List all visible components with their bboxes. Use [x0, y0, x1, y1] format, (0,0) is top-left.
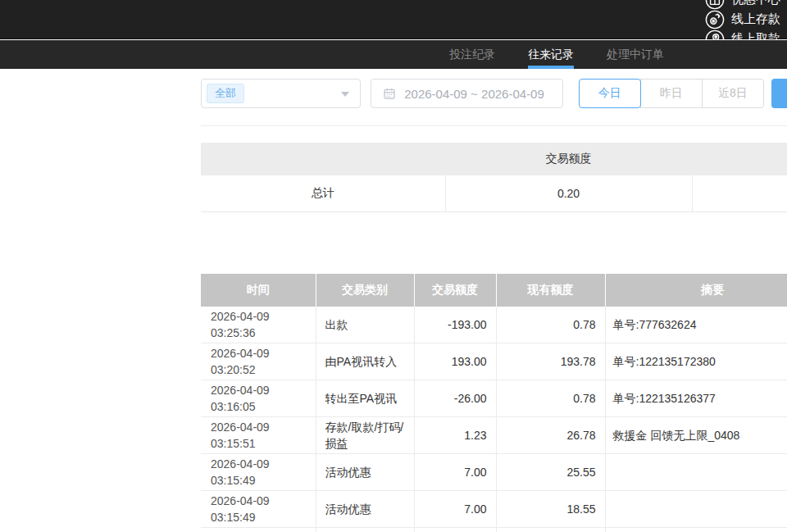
cell-time: 2026-04-09 03:25:36: [201, 307, 316, 343]
gift-icon: [705, 0, 725, 10]
records-table: 时间交易类别交易额度现有额度摘要 2026-04-09 03:25:36出款-1…: [201, 274, 787, 532]
cell-time: 2026-04-09 03:20:52: [201, 343, 316, 380]
table-row: 2026-04-09 03:15:51存款/取款/打码/损益1.2326.78救…: [201, 416, 787, 453]
summary-header-empty: [201, 143, 445, 175]
search-button[interactable]: [771, 79, 787, 108]
cell-type: 存款/取款/打码/损益: [316, 416, 414, 453]
cell-balance: 193.78: [496, 343, 605, 380]
tab-processing-orders[interactable]: 处理中订单: [590, 40, 680, 69]
selected-filter-tag[interactable]: 全部: [207, 84, 244, 103]
tab-bet-records[interactable]: 投注纪录: [433, 40, 512, 69]
date-quick-buttons: 今日昨日近8日: [579, 79, 764, 108]
records-column-header: 摘要: [605, 274, 787, 307]
summary-header-amount: 交易额度: [445, 143, 692, 175]
cell-memo: 救援金 回馈无上限_0408: [605, 416, 787, 453]
date-range-input[interactable]: 2026-04-09 ~ 2026-04-09: [371, 79, 563, 108]
tabs: 投注纪录往来记录处理中订单: [433, 40, 680, 69]
records-header-row: 时间交易类别交易额度现有额度摘要: [201, 274, 787, 307]
summary-total-row: 总计 0.20: [201, 175, 787, 211]
cell-time: 2026-04-09 03:15:49: [201, 490, 316, 527]
cell-memo: [605, 490, 787, 527]
topbar: 我的账户优惠中心线上存款线上取款往来记录: [0, 0, 787, 39]
calendar-icon: [383, 87, 396, 100]
summary-total-extra: [692, 175, 787, 211]
summary-total-value: 0.20: [445, 175, 692, 211]
cell-amount: -193.00: [414, 307, 496, 343]
records-column-header: 交易类别: [316, 274, 414, 307]
cell-type: 由PA视讯转入: [316, 343, 414, 380]
cell-time: 2026-04-09 03:15:51: [201, 416, 316, 453]
cell-type: 转出至PA视讯: [316, 380, 414, 416]
cell-balance: 0.78: [496, 380, 605, 416]
filter-row: 全部 2026-04-09 ~ 2026-04-09 今日昨日近8日: [201, 79, 787, 108]
cell-amount: 193.00: [414, 343, 496, 380]
cell-balance: 11.55: [496, 527, 605, 532]
cell-memo: 单号:122135126377: [605, 380, 787, 416]
tab-transaction-records[interactable]: 往来记录: [512, 40, 590, 69]
cell-type: 出款: [316, 307, 414, 343]
transaction-type-select[interactable]: 全部: [201, 79, 361, 108]
table-row: 2026-04-09 03:15:49活动优惠7.0025.55: [201, 453, 787, 490]
cell-balance: 0.78: [496, 307, 605, 343]
summary-table: 交易额度 总计 0.20: [201, 143, 787, 212]
records-column-header: 时间: [201, 274, 316, 307]
cell-memo: [605, 453, 787, 490]
nav-item-label: 线上存款: [731, 11, 780, 27]
cell-type: 活动优惠: [316, 490, 414, 527]
filter-divider: [201, 125, 787, 126]
cell-amount: 1.23: [414, 416, 496, 453]
records-column-header: 现有额度: [496, 274, 605, 307]
table-row: 2026-04-09 03:15:49活动优惠7.0018.55: [201, 490, 787, 527]
cell-time: 2026-04-09 03:15:49: [201, 453, 316, 490]
cell-memo: 单号:122135172380: [605, 343, 787, 380]
nav-item-deposit[interactable]: 线上存款: [705, 10, 787, 30]
cell-type: 活动优惠: [316, 527, 414, 532]
summary-total-label: 总计: [201, 175, 445, 211]
date-range-value: 2026-04-09 ~ 2026-04-09: [404, 87, 544, 101]
cell-memo: [605, 527, 787, 532]
cell-balance: 25.55: [496, 453, 605, 490]
chevron-down-icon: [341, 92, 349, 97]
quick-btn-yesterday[interactable]: 昨日: [640, 79, 703, 108]
cell-memo: 单号:777632624: [605, 307, 787, 343]
cell-amount: 10.88: [414, 527, 496, 532]
summary-header-extra: [692, 143, 787, 175]
cell-balance: 26.78: [496, 416, 605, 453]
table-row: 2026-04-09 03:15:49活动优惠10.8811.55: [201, 527, 787, 532]
cell-amount: -26.00: [414, 380, 496, 416]
cell-time: 2026-04-09 03:15:49: [201, 527, 316, 532]
table-row: 2026-04-09 03:25:36出款-193.000.78单号:77763…: [201, 307, 787, 343]
tabbar: 投注纪录往来记录处理中订单: [0, 40, 787, 69]
cell-time: 2026-04-09 03:16:05: [201, 380, 316, 416]
quick-btn-today[interactable]: 今日: [579, 79, 641, 108]
content-area: 全部 2026-04-09 ~ 2026-04-09 今日昨日近8日: [201, 69, 787, 532]
deposit-icon: [705, 10, 725, 30]
cell-type: 活动优惠: [316, 453, 414, 490]
cell-amount: 7.00: [414, 490, 496, 527]
nav-item-promotions[interactable]: 优惠中心: [705, 0, 787, 10]
records-column-header: 交易额度: [414, 274, 496, 307]
nav-item-label: 优惠中心: [731, 0, 780, 7]
cell-balance: 18.55: [496, 490, 605, 527]
table-row: 2026-04-09 03:20:52由PA视讯转入193.00193.78单号…: [201, 343, 787, 380]
quick-btn-last-8-days[interactable]: 近8日: [702, 79, 764, 108]
cell-amount: 7.00: [414, 453, 496, 490]
table-row: 2026-04-09 03:16:05转出至PA视讯-26.000.78单号:1…: [201, 380, 787, 416]
